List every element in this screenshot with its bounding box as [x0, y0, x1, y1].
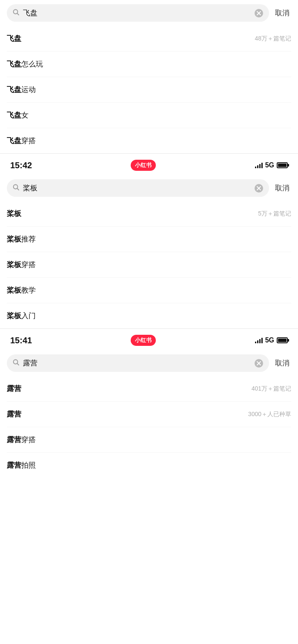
keyword-span: 飞盘 [7, 60, 21, 68]
status-time-2: 15:41 [10, 336, 32, 345]
battery-icon-1 [277, 162, 288, 168]
battery-fill [278, 339, 287, 342]
signal-icon-2 [255, 337, 263, 343]
result-text: 飞盘怎么玩 [7, 59, 43, 69]
list-item[interactable]: 桨板 5万＋篇笔记 [7, 201, 291, 227]
keyword-span: 飞盘 [7, 34, 21, 43]
signal-bar [255, 167, 256, 168]
list-item[interactable]: 露营穿搭 [7, 427, 291, 453]
list-item[interactable]: 露营 3000＋人已种草 [7, 402, 291, 427]
result-text: 飞盘女 [7, 110, 29, 120]
result-text: 飞盘 [7, 34, 21, 43]
clear-button-1[interactable] [255, 9, 263, 17]
keyword-span: 桨板 [7, 312, 21, 320]
list-item[interactable]: 飞盘运动 [7, 77, 291, 103]
search-bar-container-2: 桨板 取消 [0, 175, 298, 201]
keyword-span: 露营 [7, 461, 21, 469]
keyword-span: 桨板 [7, 235, 21, 243]
xiaohongshu-logo-2: 小红书 [131, 335, 156, 346]
svg-line-5 [17, 188, 19, 190]
keyword-span: 飞盘 [7, 86, 21, 94]
status-right-1: 5G [255, 161, 288, 169]
result-text: 桨板推荐 [7, 234, 36, 244]
search-bar-3[interactable]: 露营 [7, 354, 269, 372]
list-item[interactable]: 桨板教学 [7, 278, 291, 303]
result-list-3: 露营 401万＋篇笔记 露营 3000＋人已种草 露营穿搭 露营拍照 [0, 376, 298, 478]
clear-button-3[interactable] [255, 359, 263, 368]
status-time-1: 15:42 [10, 161, 32, 170]
list-item[interactable]: 桨板推荐 [7, 227, 291, 252]
xiaohongshu-logo-1: 小红书 [131, 160, 156, 171]
signal-icon-1 [255, 162, 263, 168]
search-icon [13, 184, 20, 193]
result-text: 露营 [7, 384, 21, 394]
result-text: 飞盘运动 [7, 85, 36, 95]
list-item[interactable]: 飞盘 48万＋篇笔记 [7, 26, 291, 52]
result-count: 401万＋篇笔记 [252, 385, 291, 393]
keyword-span: 露营 [7, 436, 21, 444]
search-bar-container-1: 飞盘 取消 [0, 0, 298, 26]
battery-icon-2 [277, 337, 288, 343]
status-bar-2: 15:41 小红书 5G [0, 328, 298, 350]
list-item[interactable]: 露营 401万＋篇笔记 [7, 376, 291, 402]
keyword-span: 桨板 [7, 286, 21, 294]
result-text: 露营穿搭 [7, 435, 36, 445]
signal-bar [261, 163, 263, 168]
signal-bar [259, 339, 261, 343]
result-text: 桨板穿搭 [7, 260, 36, 270]
search-bar-1[interactable]: 飞盘 [7, 4, 269, 22]
search-input-1[interactable]: 飞盘 [23, 8, 251, 18]
list-item[interactable]: 桨板穿搭 [7, 252, 291, 278]
keyword-span: 露营 [7, 410, 21, 418]
battery-fill [278, 164, 287, 167]
cancel-button-3[interactable]: 取消 [273, 358, 291, 368]
result-count: 48万＋篇笔记 [255, 35, 291, 43]
search-input-3[interactable]: 露营 [23, 358, 251, 368]
cancel-button-2[interactable]: 取消 [273, 183, 291, 193]
network-type-2: 5G [265, 336, 274, 344]
section-jiangban: 桨板 取消 桨板 5万＋篇笔记 桨板推荐 桨板穿搭 [0, 175, 298, 350]
result-text: 桨板教学 [7, 285, 36, 295]
clear-button-2[interactable] [255, 184, 263, 193]
result-list-1: 飞盘 48万＋篇笔记 飞盘怎么玩 飞盘运动 飞盘女 飞盘穿搭 [0, 26, 298, 153]
svg-line-9 [17, 363, 19, 365]
search-icon [13, 9, 20, 17]
list-item[interactable]: 桨板入门 [7, 303, 291, 328]
signal-bar [255, 342, 256, 343]
signal-bar [257, 165, 258, 168]
keyword-span: 桨板 [7, 210, 21, 218]
signal-bar [259, 164, 261, 168]
result-text: 飞盘穿搭 [7, 136, 36, 146]
list-item[interactable]: 飞盘穿搭 [7, 128, 291, 153]
result-text: 桨板 [7, 209, 21, 218]
svg-line-1 [17, 13, 19, 15]
section-luying: 露营 取消 露营 401万＋篇笔记 露营 3000＋人已种草 露营穿 [0, 350, 298, 478]
list-item[interactable]: 飞盘怎么玩 [7, 52, 291, 77]
result-count: 5万＋篇笔记 [258, 210, 291, 218]
status-bar-1: 15:42 小红书 5G [0, 153, 298, 175]
search-icon [13, 359, 20, 368]
list-item[interactable]: 露营拍照 [7, 453, 291, 478]
status-right-2: 5G [255, 336, 288, 344]
result-text: 桨板入门 [7, 311, 36, 321]
cancel-button-1[interactable]: 取消 [273, 8, 291, 18]
result-text: 露营拍照 [7, 460, 36, 470]
result-count: 3000＋人已种草 [248, 411, 291, 418]
keyword-span: 露营 [7, 385, 21, 393]
search-bar-2[interactable]: 桨板 [7, 179, 269, 197]
signal-bar [261, 338, 263, 343]
section-feiPan: 飞盘 取消 飞盘 48万＋篇笔记 飞盘怎么玩 飞盘 [0, 0, 298, 175]
keyword-span: 飞盘 [7, 137, 21, 145]
signal-bar [257, 340, 258, 343]
list-item[interactable]: 飞盘女 [7, 103, 291, 128]
keyword-span: 桨板 [7, 261, 21, 269]
result-text: 露营 [7, 409, 21, 419]
network-type-1: 5G [265, 161, 274, 169]
search-input-2[interactable]: 桨板 [23, 183, 251, 193]
result-list-2: 桨板 5万＋篇笔记 桨板推荐 桨板穿搭 桨板教学 桨板入门 [0, 201, 298, 328]
search-bar-container-3: 露营 取消 [0, 350, 298, 376]
keyword-span: 飞盘 [7, 111, 21, 119]
